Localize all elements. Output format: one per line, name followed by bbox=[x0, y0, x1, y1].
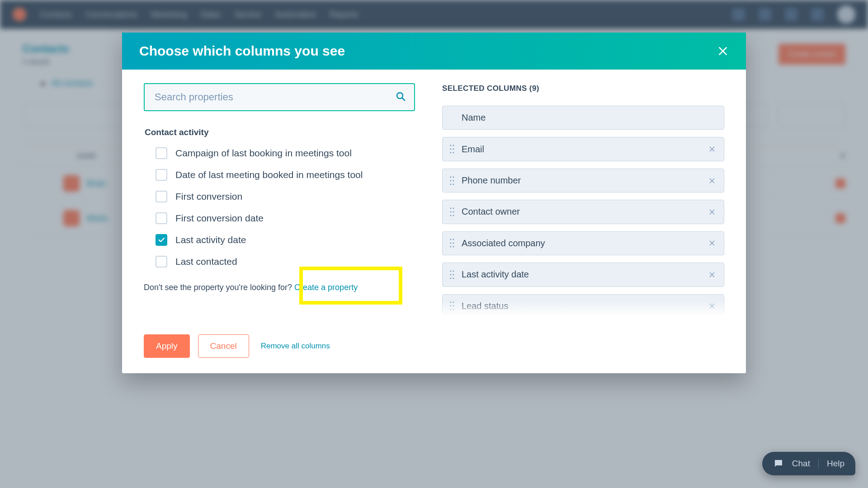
svg-point-13 bbox=[450, 176, 452, 178]
svg-point-26 bbox=[453, 239, 454, 240]
svg-point-14 bbox=[453, 176, 454, 178]
svg-point-21 bbox=[450, 211, 452, 213]
selected-column-item[interactable]: Phone number bbox=[442, 169, 724, 192]
svg-point-9 bbox=[450, 149, 452, 150]
svg-point-23 bbox=[450, 215, 452, 216]
property-label: Last activity date bbox=[175, 235, 246, 245]
remove-column-button[interactable] bbox=[708, 177, 716, 184]
property-label: First conversion bbox=[175, 191, 242, 202]
property-option[interactable]: Last contacted bbox=[156, 256, 415, 267]
available-properties-panel: Contact activity Campaign of last bookin… bbox=[144, 83, 415, 318]
drag-handle-icon[interactable] bbox=[449, 206, 455, 218]
selected-column-item[interactable]: Associated company bbox=[442, 231, 724, 255]
selected-column-label: Email bbox=[462, 144, 708, 155]
svg-point-7 bbox=[450, 145, 452, 146]
selected-column-label: Phone number bbox=[462, 175, 708, 186]
svg-point-32 bbox=[453, 270, 454, 272]
selected-column-item[interactable]: Email bbox=[442, 137, 724, 161]
apply-button[interactable]: Apply bbox=[144, 334, 190, 358]
svg-point-8 bbox=[453, 145, 454, 146]
svg-point-0 bbox=[397, 93, 403, 99]
drag-handle-icon[interactable] bbox=[449, 269, 455, 281]
selected-columns-panel: SELECTED COLUMNS (9) NameEmailPhone numb… bbox=[442, 83, 724, 318]
selected-column-item: Name bbox=[442, 106, 724, 130]
svg-point-11 bbox=[450, 152, 452, 154]
property-option[interactable]: Date of last meeting booked in meetings … bbox=[156, 169, 415, 181]
svg-point-30 bbox=[453, 246, 454, 248]
svg-point-25 bbox=[450, 239, 452, 240]
selected-column-item[interactable]: Lead status bbox=[442, 294, 724, 318]
create-property-link[interactable]: Create a property bbox=[294, 283, 358, 292]
property-option[interactable]: Campaign of last booking in meetings too… bbox=[156, 147, 415, 159]
svg-point-12 bbox=[453, 152, 454, 154]
remove-all-columns-link[interactable]: Remove all columns bbox=[261, 342, 330, 351]
chat-label: Chat bbox=[792, 459, 810, 469]
chat-icon bbox=[773, 458, 784, 469]
checkbox[interactable] bbox=[156, 191, 167, 202]
search-properties-input[interactable] bbox=[144, 83, 415, 111]
svg-point-15 bbox=[450, 180, 452, 181]
close-icon bbox=[717, 45, 729, 57]
checkbox[interactable] bbox=[156, 212, 167, 224]
selected-columns-heading: SELECTED COLUMNS (9) bbox=[442, 84, 724, 93]
checkbox[interactable] bbox=[156, 169, 167, 181]
svg-point-31 bbox=[450, 270, 452, 272]
svg-point-29 bbox=[450, 246, 452, 248]
svg-point-20 bbox=[453, 208, 454, 209]
checkbox[interactable] bbox=[156, 256, 167, 267]
selected-column-label: Last activity date bbox=[462, 269, 708, 280]
drag-handle-icon[interactable] bbox=[449, 237, 455, 249]
svg-point-27 bbox=[450, 243, 452, 244]
selected-column-label: Contact owner bbox=[462, 206, 708, 217]
property-option[interactable]: First conversion date bbox=[156, 212, 415, 224]
svg-point-18 bbox=[453, 183, 454, 185]
svg-point-24 bbox=[453, 215, 454, 216]
property-label: Campaign of last booking in meetings too… bbox=[175, 148, 352, 159]
svg-point-38 bbox=[453, 302, 454, 303]
drag-handle-icon[interactable] bbox=[449, 143, 455, 155]
remove-column-button[interactable] bbox=[708, 302, 716, 310]
property-category: Contact activity bbox=[144, 127, 415, 137]
selected-column-label: Name bbox=[462, 113, 708, 123]
svg-point-19 bbox=[450, 208, 452, 209]
edit-columns-modal: Choose which columns you see Contact act… bbox=[122, 33, 746, 373]
remove-column-button[interactable] bbox=[708, 145, 716, 153]
hint-text: Don't see the property you're looking fo… bbox=[144, 283, 294, 292]
cancel-button[interactable]: Cancel bbox=[198, 334, 249, 358]
selected-column-item[interactable]: Contact owner bbox=[442, 200, 724, 224]
drag-handle-icon[interactable] bbox=[449, 300, 455, 312]
property-label: Last contacted bbox=[175, 256, 237, 267]
modal-footer: Apply Cancel Remove all columns bbox=[122, 323, 746, 373]
chat-help-widget[interactable]: Chat Help bbox=[762, 452, 855, 475]
drag-handle-icon[interactable] bbox=[449, 175, 455, 187]
svg-point-16 bbox=[453, 180, 454, 181]
svg-point-41 bbox=[450, 309, 452, 310]
svg-point-39 bbox=[450, 305, 452, 307]
svg-point-42 bbox=[453, 309, 454, 310]
modal-header: Choose which columns you see bbox=[122, 33, 746, 70]
svg-point-33 bbox=[450, 274, 452, 275]
close-button[interactable] bbox=[717, 45, 729, 57]
svg-point-34 bbox=[453, 274, 454, 275]
divider bbox=[818, 459, 819, 469]
remove-column-button[interactable] bbox=[708, 271, 716, 278]
remove-column-button[interactable] bbox=[708, 208, 716, 216]
create-property-hint: Don't see the property you're looking fo… bbox=[144, 283, 415, 292]
remove-column-button[interactable] bbox=[708, 239, 716, 247]
checkbox[interactable] bbox=[156, 147, 167, 159]
selected-column-label: Associated company bbox=[462, 238, 708, 249]
svg-point-37 bbox=[450, 302, 452, 303]
svg-point-36 bbox=[453, 277, 454, 279]
checkbox[interactable] bbox=[156, 234, 167, 246]
property-label: Date of last meeting booked in meetings … bbox=[175, 169, 363, 180]
search-icon bbox=[395, 91, 406, 103]
svg-point-40 bbox=[453, 305, 454, 307]
svg-point-28 bbox=[453, 243, 454, 244]
svg-point-10 bbox=[453, 149, 454, 150]
selected-column-label: Lead status bbox=[462, 301, 708, 311]
property-option[interactable]: First conversion bbox=[156, 191, 415, 202]
selected-column-item[interactable]: Last activity date bbox=[442, 263, 724, 286]
property-option[interactable]: Last activity date bbox=[156, 234, 415, 246]
svg-point-17 bbox=[450, 183, 452, 185]
help-label: Help bbox=[827, 459, 844, 469]
